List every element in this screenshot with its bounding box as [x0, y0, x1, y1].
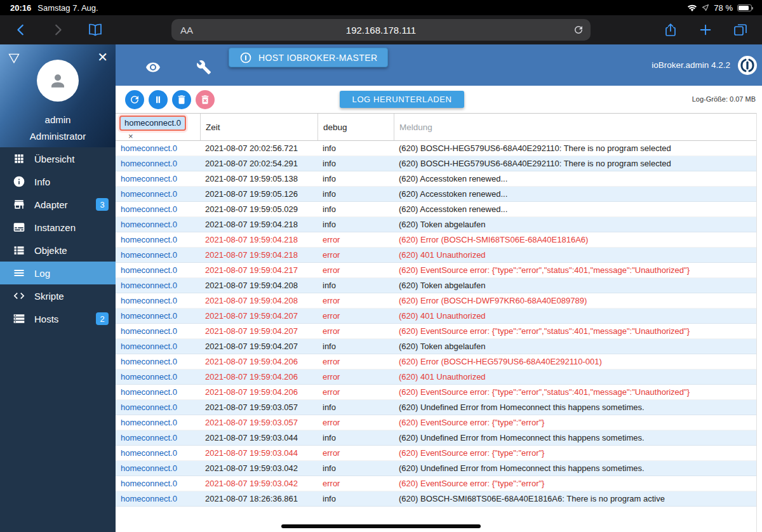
log-source-link[interactable]: homeconnect.0 — [116, 248, 200, 262]
address-bar[interactable]: AA 192.168.178.111 — [171, 19, 591, 41]
sidebar-item-label: Instanzen — [34, 222, 76, 233]
reload-icon[interactable] — [573, 24, 584, 36]
log-row[interactable]: homeconnect.0 2021-08-07 20:02:54.291 in… — [116, 156, 756, 171]
status-date: Samstag 7. Aug. — [37, 3, 98, 13]
log-row[interactable]: homeconnect.0 2021-08-07 19:59:03.042 in… — [116, 461, 756, 476]
log-source-link[interactable]: homeconnect.0 — [116, 339, 200, 354]
log-row[interactable]: homeconnect.0 2021-08-07 19:59:04.217 er… — [116, 263, 756, 278]
log-source-link[interactable]: homeconnect.0 — [116, 385, 200, 399]
log-source-link[interactable]: homeconnect.0 — [116, 232, 200, 247]
severity-filter-select[interactable]: debug — [318, 114, 394, 140]
sidebar-item-skripte[interactable]: Skripte — [0, 284, 116, 307]
log-row[interactable]: homeconnect.0 2021-08-07 19:59:04.207 in… — [116, 339, 756, 354]
clear-filter-button[interactable]: × — [128, 131, 133, 141]
download-log-button[interactable]: LOG HERUNTERLADEN — [340, 91, 464, 108]
log-time: 2021-08-07 19:59:04.207 — [200, 324, 318, 338]
log-source-link[interactable]: homeconnect.0 — [116, 430, 200, 445]
host-selector-button[interactable]: HOST IOBROKER-MASTER — [229, 48, 388, 67]
tabs-icon[interactable] — [733, 22, 748, 37]
log-row[interactable]: homeconnect.0 2021-08-07 19:59:03.057 er… — [116, 415, 756, 430]
delete-log-on-host-button[interactable] — [196, 90, 215, 109]
log-row[interactable]: homeconnect.0 2021-08-07 19:59:03.042 er… — [116, 476, 756, 491]
close-sidebar-button[interactable]: ✕ — [97, 50, 108, 65]
log-row[interactable]: homeconnect.0 2021-08-07 19:59:04.207 er… — [116, 309, 756, 324]
pause-button[interactable] — [149, 90, 168, 109]
log-source-link[interactable]: homeconnect.0 — [116, 263, 200, 277]
log-row[interactable]: homeconnect.0 2021-08-07 19:59:03.044 er… — [116, 446, 756, 461]
source-filter-input[interactable]: homeconnect.0 — [119, 116, 186, 131]
forward-button[interactable] — [51, 23, 65, 37]
info-icon — [13, 175, 25, 188]
sidebar-item-uebersicht[interactable]: Übersicht — [0, 147, 116, 170]
log-source-link[interactable]: homeconnect.0 — [116, 324, 200, 338]
log-row[interactable]: homeconnect.0 2021-08-07 19:59:04.218 er… — [116, 248, 756, 263]
log-row[interactable]: homeconnect.0 2021-08-07 19:59:04.208 in… — [116, 278, 756, 293]
log-source-link[interactable]: homeconnect.0 — [116, 446, 200, 460]
avatar[interactable] — [37, 60, 79, 102]
visibility-icon[interactable] — [145, 60, 161, 75]
log-source-link[interactable]: homeconnect.0 — [116, 400, 200, 415]
log-row[interactable]: homeconnect.0 2021-08-07 19:59:04.208 er… — [116, 293, 756, 309]
log-row[interactable]: homeconnect.0 2021-08-07 19:59:04.218 in… — [116, 217, 756, 232]
log-row[interactable]: homeconnect.0 2021-08-07 19:59:05.126 in… — [116, 187, 756, 202]
sidebar-item-instanzen[interactable]: Instanzen — [0, 216, 116, 239]
log-severity: error — [318, 476, 394, 491]
sidebar-item-log[interactable]: Log — [0, 262, 116, 284]
wifi-icon — [687, 3, 697, 13]
sidebar-item-label: Hosts — [34, 314, 58, 324]
log-source-link[interactable]: homeconnect.0 — [116, 187, 200, 201]
sidebar-item-hosts[interactable]: Hosts 2 — [0, 307, 116, 330]
column-header-zeit[interactable]: Zeit — [200, 114, 318, 140]
log-row[interactable]: homeconnect.0 2021-08-07 19:59:04.206 er… — [116, 369, 756, 385]
sidebar-item-info[interactable]: Info — [0, 170, 116, 193]
log-row[interactable]: homeconnect.0 2021-08-07 19:59:04.206 er… — [116, 385, 756, 400]
log-source-link[interactable]: homeconnect.0 — [116, 141, 200, 156]
log-source-link[interactable]: homeconnect.0 — [116, 354, 200, 369]
log-severity: info — [318, 187, 394, 201]
log-source-link[interactable]: homeconnect.0 — [116, 293, 200, 308]
log-row[interactable]: homeconnect.0 2021-08-07 19:59:04.207 er… — [116, 324, 756, 339]
log-source-link[interactable]: homeconnect.0 — [116, 461, 200, 475]
sidebar: ✕ admin Administrator Übersicht Info — [0, 44, 116, 532]
log-source-link[interactable]: homeconnect.0 — [116, 369, 200, 384]
log-time: 2021-08-07 19:59:04.208 — [200, 293, 318, 308]
sidebar-item-label: Info — [34, 176, 50, 187]
log-row[interactable]: homeconnect.0 2021-08-07 19:59:03.044 in… — [116, 430, 756, 446]
message-filter-input[interactable]: Meldung — [394, 114, 756, 140]
grid-icon — [13, 152, 25, 165]
sidebar-item-adapter[interactable]: Adapter 3 — [0, 193, 116, 216]
share-icon[interactable] — [663, 22, 678, 37]
new-tab-icon[interactable] — [698, 23, 712, 37]
refresh-button[interactable] — [125, 90, 144, 109]
log-row[interactable]: homeconnect.0 2021-08-07 18:26:36.861 in… — [116, 491, 756, 507]
home-indicator[interactable] — [281, 524, 481, 528]
log-source-link[interactable]: homeconnect.0 — [116, 309, 200, 323]
log-row[interactable]: homeconnect.0 2021-08-07 19:59:05.029 in… — [116, 202, 756, 217]
sidebar-menu: Übersicht Info Adapter 3 Instanzen — [0, 147, 116, 330]
storage-icon — [13, 312, 25, 325]
text-size-button[interactable]: AA — [180, 25, 193, 36]
log-message: (620) Error (BOSCH-HEG579US6-68A40E29211… — [394, 354, 756, 369]
log-row[interactable]: homeconnect.0 2021-08-07 19:59:04.218 er… — [116, 232, 756, 248]
wrench-icon[interactable] — [196, 60, 211, 75]
reading-list-icon[interactable] — [88, 22, 103, 37]
clear-log-button[interactable] — [172, 90, 191, 109]
back-button[interactable] — [14, 23, 28, 37]
log-row[interactable]: homeconnect.0 2021-08-07 20:02:56.721 in… — [116, 141, 756, 156]
log-source-link[interactable]: homeconnect.0 — [116, 156, 200, 171]
log-source-link[interactable]: homeconnect.0 — [116, 217, 200, 232]
sidebar-item-label: Objekte — [34, 245, 67, 256]
log-source-link[interactable]: homeconnect.0 — [116, 476, 200, 491]
log-row[interactable]: homeconnect.0 2021-08-07 19:59:04.206 er… — [116, 354, 756, 369]
log-source-link[interactable]: homeconnect.0 — [116, 171, 200, 186]
host-button-label: HOST IOBROKER-MASTER — [258, 53, 377, 63]
log-row[interactable]: homeconnect.0 2021-08-07 19:59:03.057 in… — [116, 400, 756, 415]
log-message: (620) BOSCH-HEG579US6-68A40E292110: Ther… — [394, 156, 756, 171]
sidebar-item-objekte[interactable]: Objekte — [0, 239, 116, 262]
log-row[interactable]: homeconnect.0 2021-08-07 19:59:05.138 in… — [116, 171, 756, 187]
log-source-link[interactable]: homeconnect.0 — [116, 202, 200, 216]
log-time: 2021-08-07 19:59:04.217 — [200, 263, 318, 277]
log-source-link[interactable]: homeconnect.0 — [116, 415, 200, 430]
log-source-link[interactable]: homeconnect.0 — [116, 278, 200, 293]
log-source-link[interactable]: homeconnect.0 — [116, 491, 200, 506]
